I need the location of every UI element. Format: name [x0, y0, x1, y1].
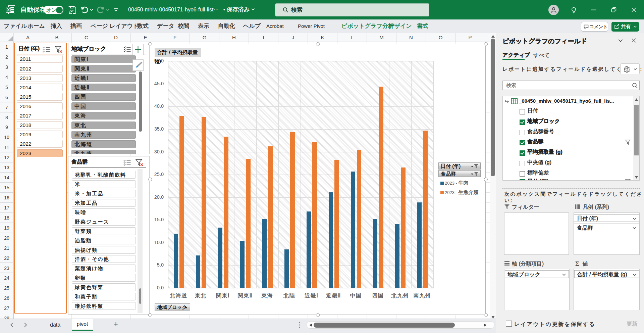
svg-text:X: X — [7, 7, 10, 12]
